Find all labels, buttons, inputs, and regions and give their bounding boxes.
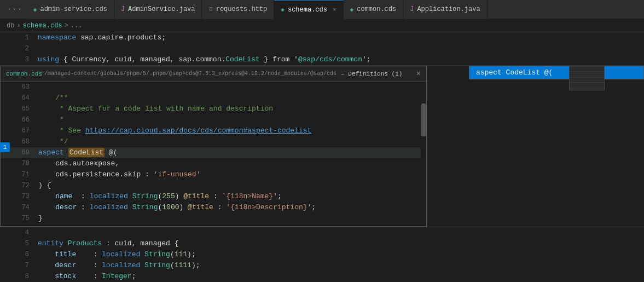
editor-container: db › schema.cds > ... 1 namespace sap.ca… bbox=[0, 19, 644, 282]
http-icon: ≡ bbox=[208, 5, 212, 13]
line-number-76: 76 bbox=[11, 224, 36, 226]
line-content-b7: descr : localized String(1111); bbox=[36, 260, 644, 271]
code-line-1: 1 namespace sap.capire.products; bbox=[0, 32, 644, 43]
breadcrumb-sep1: › bbox=[16, 22, 20, 30]
def-line-70: 70 cds.autoexpose, bbox=[1, 158, 426, 169]
line-number-67: 67 bbox=[11, 125, 36, 136]
breadcrumb: db › schema.cds > ... bbox=[0, 19, 644, 32]
line-content-73: name : localized String(255) @title : '{… bbox=[36, 191, 426, 202]
tab-label: AdminService.java bbox=[128, 5, 195, 13]
line-content-67: * See https://cap.cloud.sap/docs/cds/com… bbox=[36, 125, 426, 136]
line-content-75: } bbox=[36, 213, 426, 224]
line-content-66: * bbox=[36, 114, 426, 125]
line-number-b6: 6 bbox=[11, 249, 36, 260]
code-line-2: 2 bbox=[0, 43, 644, 54]
top-code-section: 1 namespace sap.capire.products; 2 3 usi… bbox=[0, 32, 644, 66]
minimap bbox=[569, 66, 605, 90]
tab-adminservice-java[interactable]: J AdminService.java bbox=[114, 0, 202, 19]
cds-icon: ◈ bbox=[350, 6, 354, 13]
tab-label: schema.cds bbox=[288, 6, 327, 14]
def-line-75: 75 } bbox=[1, 213, 426, 224]
line-number-b8: 8 bbox=[11, 271, 36, 282]
line-content-b6: title : localized String(111); bbox=[36, 249, 644, 260]
tab-admin-service[interactable]: ◈ admin-service.cds bbox=[27, 0, 114, 19]
line-number-2: 2 bbox=[11, 43, 36, 54]
autocomplete-text: aspect CodeList @( bbox=[476, 68, 553, 77]
autocomplete-panel: aspect CodeList @( bbox=[469, 66, 644, 79]
line-number-72: 72 bbox=[11, 180, 36, 191]
line-number-69: 69 bbox=[11, 147, 36, 158]
def-line-73: 73 name : localized String(255) @title :… bbox=[1, 191, 426, 202]
scrollbar-thumb[interactable] bbox=[421, 103, 426, 136]
line-number-b4: 4 bbox=[11, 227, 36, 238]
autocomplete-item[interactable]: aspect CodeList @( bbox=[469, 66, 643, 79]
line-number-73: 73 bbox=[11, 191, 36, 202]
def-close-button[interactable]: × bbox=[416, 70, 421, 78]
tab-label: Application.java bbox=[417, 5, 480, 13]
def-line-63: 63 bbox=[1, 82, 426, 93]
code-line-4: 4 bbox=[0, 227, 644, 238]
definition-overlay: common.cds /managed-content/globals/pnpm… bbox=[0, 66, 644, 227]
tab-label: admin-service.cds bbox=[40, 5, 107, 13]
def-file-name: common.cds bbox=[6, 71, 42, 77]
def-line-69: 69 aspect CodeList @( bbox=[1, 147, 426, 158]
definition-panel: common.cds /managed-content/globals/pnpm… bbox=[0, 66, 427, 227]
line-number-3: 3 bbox=[11, 54, 36, 65]
tab-requests-http[interactable]: ≡ requests.http bbox=[202, 0, 274, 19]
def-line-71: 71 cds.persistence.skip : 'if-unused' bbox=[1, 169, 426, 180]
line-number-b7: 7 bbox=[11, 260, 36, 271]
breadcrumb-ellipsis: ... bbox=[71, 22, 83, 30]
codelist-link[interactable]: https://cap.cloud.sap/docs/cds/common#as… bbox=[85, 126, 311, 135]
breadcrumb-file[interactable]: schema.cds bbox=[23, 22, 62, 30]
def-line-72: 72 ) { bbox=[1, 180, 426, 191]
line-content-68: */ bbox=[36, 136, 426, 147]
line-content-65: * Aspect for a code list with name and d… bbox=[36, 103, 426, 114]
def-line-67: 67 * See https://cap.cloud.sap/docs/cds/… bbox=[1, 125, 426, 136]
line-content-71: cds.persistence.skip : 'if-unused' bbox=[36, 169, 426, 180]
scrollbar[interactable] bbox=[421, 82, 426, 226]
java-icon: J bbox=[410, 5, 414, 13]
code-line-3: 3 using { Currency, cuid, managed, sap.c… bbox=[0, 54, 644, 65]
left-badge[interactable]: 1 bbox=[0, 142, 10, 152]
def-line-64: 64 /** bbox=[1, 93, 426, 103]
code-line-7: 7 descr : localized String(1111); bbox=[0, 260, 644, 271]
line-number-71: 71 bbox=[11, 169, 36, 180]
bottom-code-section: 4 5 entity Products : cuid, managed { 6 … bbox=[0, 227, 644, 282]
def-line-66: 66 * bbox=[1, 114, 426, 125]
def-line-76: 76 bbox=[1, 224, 426, 226]
line-number-74: 74 bbox=[11, 202, 36, 213]
definition-header: common.cds /managed-content/globals/pnpm… bbox=[1, 66, 426, 82]
line-content-69: aspect CodeList @( bbox=[36, 147, 426, 158]
line-content-1: namespace sap.capire.products; bbox=[36, 32, 644, 43]
line-content-b8: stock : Integer; bbox=[36, 271, 644, 282]
tab-overflow-button[interactable]: ··· bbox=[2, 4, 27, 14]
tab-label: common.cds bbox=[357, 5, 396, 13]
definition-code[interactable]: 63 64 /** 65 * Aspect for a code list wi… bbox=[1, 82, 426, 226]
tab-bar: ··· ◈ admin-service.cds J AdminService.j… bbox=[0, 0, 644, 19]
def-line-68: 68 */ bbox=[1, 136, 426, 147]
tab-close-button[interactable]: × bbox=[333, 7, 336, 13]
line-content-74: descr : localized String(1000) @title : … bbox=[36, 202, 426, 213]
def-line-74: 74 descr : localized String(1000) @title… bbox=[1, 202, 426, 213]
breadcrumb-sep2: > bbox=[65, 22, 68, 30]
tab-label: requests.http bbox=[216, 5, 268, 13]
cds-icon: ◈ bbox=[33, 6, 37, 13]
line-number-75: 75 bbox=[11, 213, 36, 224]
tab-application-java[interactable]: J Application.java bbox=[403, 0, 487, 19]
line-number-65: 65 bbox=[11, 103, 36, 114]
line-content-3: using { Currency, cuid, managed, sap.com… bbox=[36, 54, 644, 65]
def-title: – Definitions (1) bbox=[341, 71, 402, 77]
line-number-63: 63 bbox=[11, 82, 36, 93]
line-content-70: cds.autoexpose, bbox=[36, 158, 426, 169]
line-number-64: 64 bbox=[11, 93, 36, 103]
java-icon: J bbox=[121, 5, 125, 13]
code-line-8: 8 stock : Integer; bbox=[0, 271, 644, 282]
def-file-path: /managed-content/globals/pnpm/5/.pnpm/@s… bbox=[44, 71, 336, 77]
line-number-1: 1 bbox=[11, 32, 36, 43]
line-content-64: /** bbox=[36, 93, 426, 103]
tab-schema-cds[interactable]: ◈ schema.cds × bbox=[274, 0, 343, 19]
code-line-5: 5 entity Products : cuid, managed { bbox=[0, 238, 644, 249]
def-line-65: 65 * Aspect for a code list with name an… bbox=[1, 103, 426, 114]
tab-common-cds[interactable]: ◈ common.cds bbox=[344, 0, 404, 19]
breadcrumb-db[interactable]: db bbox=[7, 22, 14, 30]
